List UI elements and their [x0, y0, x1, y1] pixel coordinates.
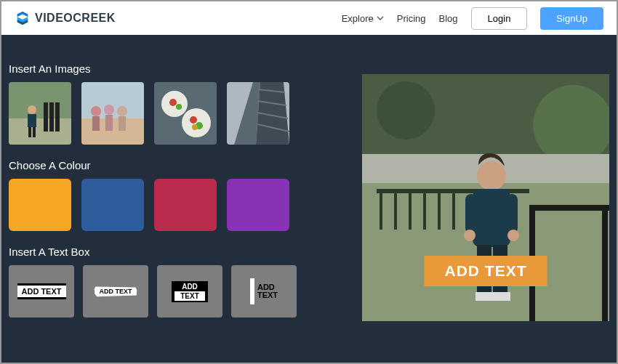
textbox-template-2[interactable]: ADD TEXT [83, 265, 148, 318]
svg-point-20 [169, 99, 177, 106]
svg-point-48 [477, 161, 506, 190]
svg-point-53 [507, 230, 519, 241]
textbox-template-1[interactable]: ADD TEXT [9, 265, 74, 318]
section-title-textbox: Insert A Text Box [9, 246, 348, 258]
svg-rect-41 [409, 193, 412, 230]
svg-rect-47 [602, 211, 608, 321]
nav-links: Explore Pricing Blog Login SignUp [342, 7, 603, 30]
signup-button[interactable]: SignUp [540, 7, 603, 30]
logo-icon [15, 10, 31, 26]
svg-rect-3 [49, 102, 54, 132]
svg-point-24 [192, 124, 198, 130]
svg-rect-15 [105, 115, 113, 131]
svg-point-35 [533, 85, 609, 165]
editor-main: Insert An Images Choose A Colour Insert … [1, 35, 617, 321]
svg-point-22 [190, 116, 197, 124]
section-title-colour: Choose A Colour [9, 159, 348, 171]
svg-rect-42 [423, 193, 426, 230]
image-thumb-food[interactable] [154, 82, 217, 145]
canvas-preview[interactable]: ADD TEXT [362, 74, 609, 321]
svg-rect-16 [119, 116, 126, 131]
canvas-text-banner[interactable]: ADD TEXT [425, 256, 547, 286]
colour-swatch-blue[interactable] [81, 179, 144, 231]
svg-point-5 [28, 105, 36, 114]
textbox-template-3[interactable]: ADDTEXT [157, 265, 222, 318]
section-title-images: Insert An Images [9, 62, 348, 75]
svg-rect-8 [33, 127, 36, 137]
top-nav: VIDEOCREEK Explore Pricing Blog Login Si… [1, 1, 617, 35]
svg-rect-2 [44, 102, 48, 132]
svg-rect-51 [506, 194, 518, 234]
image-thumb-runner[interactable] [9, 82, 71, 145]
colour-swatch-red[interactable] [154, 179, 217, 231]
colour-swatch-purple[interactable] [227, 179, 289, 231]
svg-rect-46 [529, 205, 609, 211]
colour-swatches [9, 179, 348, 231]
svg-rect-40 [394, 193, 397, 230]
svg-rect-44 [452, 193, 455, 230]
brand-text: VIDEOCREEK [35, 12, 116, 25]
svg-rect-7 [28, 127, 31, 137]
options-panel: Insert An Images Choose A Colour Insert … [9, 48, 348, 321]
login-button[interactable]: Login [471, 7, 528, 30]
image-thumb-beach[interactable] [81, 82, 144, 145]
colour-swatch-orange[interactable] [9, 179, 71, 231]
svg-point-12 [104, 105, 114, 115]
svg-point-21 [176, 104, 182, 110]
svg-point-13 [117, 106, 127, 116]
nav-blog[interactable]: Blog [439, 13, 458, 24]
svg-rect-39 [380, 193, 382, 230]
nav-explore[interactable]: Explore [342, 13, 384, 24]
svg-point-52 [464, 230, 475, 241]
svg-rect-1 [9, 118, 71, 145]
svg-point-11 [91, 106, 101, 116]
svg-rect-50 [465, 194, 477, 234]
svg-point-19 [182, 108, 211, 137]
textbox-templates: ADD TEXT ADD TEXT ADDTEXT ADDTEXT [9, 265, 348, 318]
image-thumbs [9, 82, 348, 145]
svg-rect-49 [473, 189, 510, 247]
nav-pricing[interactable]: Pricing [397, 13, 426, 24]
svg-rect-14 [92, 116, 100, 131]
chevron-down-icon [377, 15, 384, 22]
image-thumb-building[interactable] [227, 82, 289, 145]
svg-rect-43 [438, 193, 441, 230]
svg-point-34 [377, 81, 435, 139]
textbox-template-4[interactable]: ADDTEXT [231, 265, 297, 318]
svg-rect-57 [491, 292, 510, 301]
svg-rect-6 [28, 114, 36, 127]
brand-logo[interactable]: VIDEOCREEK [15, 10, 116, 26]
svg-rect-4 [55, 102, 60, 132]
